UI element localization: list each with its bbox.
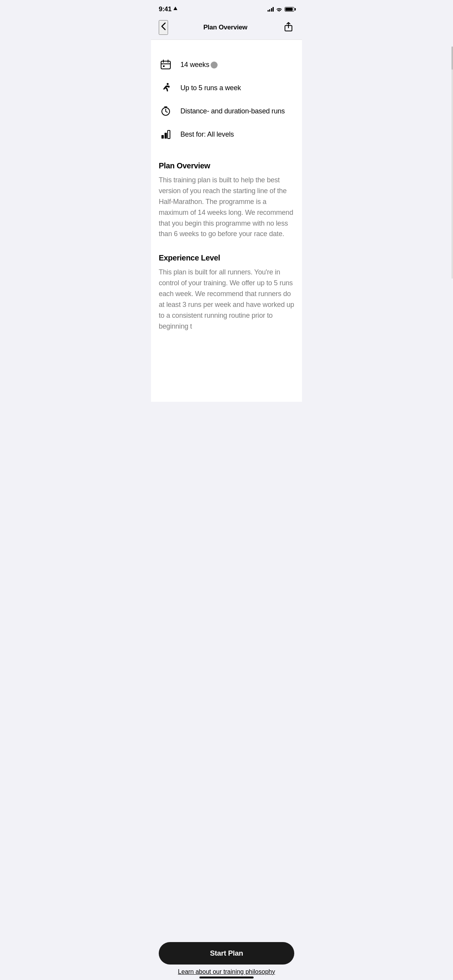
level-value: Best for: All levels (180, 130, 234, 139)
overview-body: This training plan is built to help the … (159, 175, 294, 240)
status-time: 9:41 (159, 5, 172, 13)
battery-icon (285, 7, 294, 12)
share-button[interactable] (283, 20, 294, 35)
stat-weeks: 14 weeks (159, 53, 294, 76)
stat-distance: Distance- and duration-based runs (159, 99, 294, 123)
distance-value: Distance- and duration-based runs (180, 107, 285, 115)
stat-runs: Up to 5 runs a week (159, 76, 294, 99)
dot-indicator (211, 62, 218, 69)
svg-rect-7 (168, 130, 170, 139)
back-button[interactable] (159, 20, 168, 35)
svg-rect-1 (161, 61, 170, 69)
page-title: Plan Overview (203, 24, 247, 31)
stopwatch-icon (159, 104, 173, 118)
experience-body: This plan is built for all runners. You'… (159, 267, 294, 332)
svg-point-3 (167, 83, 169, 85)
experience-title: Experience Level (159, 254, 294, 262)
status-icons (268, 7, 295, 12)
location-icon (173, 7, 178, 12)
running-icon (159, 81, 173, 95)
main-content: 14 weeks Up to 5 runs a week (151, 40, 302, 402)
svg-rect-2 (163, 65, 165, 67)
svg-rect-6 (165, 133, 167, 139)
navigation-bar: Plan Overview (151, 17, 302, 40)
plan-stats: 14 weeks Up to 5 runs a week (159, 49, 294, 154)
signal-icon (268, 7, 274, 12)
weeks-value: 14 weeks (180, 61, 218, 69)
status-bar: 9:41 (151, 0, 302, 17)
overview-title: Plan Overview (159, 161, 294, 170)
overview-section: Plan Overview This training plan is buil… (159, 154, 294, 246)
experience-section: Experience Level This plan is built for … (159, 246, 294, 401)
stat-level: Best for: All levels (159, 123, 294, 146)
runs-value: Up to 5 runs a week (180, 84, 241, 92)
levels-icon (159, 127, 173, 141)
svg-rect-5 (161, 135, 164, 139)
wifi-icon (276, 7, 282, 12)
calendar-icon (159, 58, 173, 72)
